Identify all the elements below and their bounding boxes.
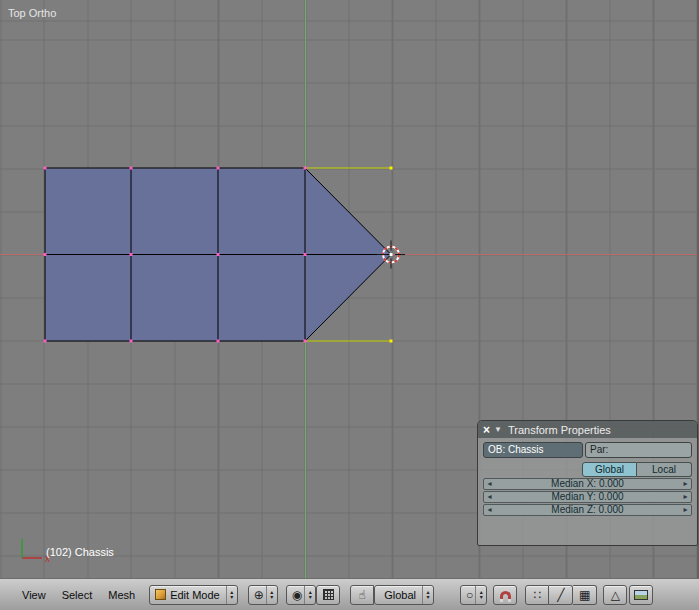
menu-view[interactable]: View	[14, 589, 54, 601]
view-mode-label: Top Ortho	[8, 7, 56, 19]
triangle-icon: △	[611, 589, 620, 601]
triangle-icon-button[interactable]: △	[603, 585, 627, 605]
globe-icon: ⊕	[254, 589, 264, 601]
draw-type-dropdown[interactable]: ⊕ ▴▾	[248, 585, 278, 605]
grid-icon	[323, 589, 334, 600]
orientation-dropdown[interactable]: Global ▴▾	[374, 585, 434, 605]
median-y-value: Median Y: 0.000	[495, 492, 680, 502]
object-info-label: (102) Chassis	[46, 546, 114, 558]
viewport-header-bar: View Select Mesh Edit Mode ▴▾ ⊕ ▴▾ ◉ ▴▾ …	[0, 578, 699, 610]
stepper-icon: ▴▾	[422, 586, 433, 604]
local-button[interactable]: Local	[637, 462, 692, 477]
decrement-arrow-icon[interactable]: ◂	[484, 492, 495, 502]
blender-window: x Top Ortho (102) Chassis × ▼ Transform …	[0, 0, 699, 610]
menu-select[interactable]: Select	[54, 589, 101, 601]
stepper-icon: ▴▾	[304, 586, 315, 604]
circle-icon: ○	[466, 589, 473, 601]
vertex-select-icon: ∷	[533, 589, 541, 601]
decrement-arrow-icon[interactable]: ◂	[484, 479, 495, 489]
render-image-icon	[634, 590, 648, 600]
viewport-3d[interactable]: x Top Ortho (102) Chassis × ▼ Transform …	[0, 0, 699, 578]
parent-field[interactable]: Par:	[585, 442, 692, 458]
object-name-field[interactable]: OB: Chassis	[483, 442, 583, 458]
increment-arrow-icon[interactable]: ▸	[680, 479, 691, 489]
median-x-field[interactable]: ◂ Median X: 0.000 ▸	[483, 478, 692, 490]
face-select-button[interactable]: ▦	[573, 585, 597, 605]
stepper-icon: ▴▾	[226, 586, 237, 604]
vertex-select-button[interactable]: ∷	[525, 585, 549, 605]
cube-icon	[155, 589, 166, 600]
proportional-edit-dropdown[interactable]: ○ ▴▾	[460, 585, 487, 605]
panel-header[interactable]: × ▼ Transform Properties	[478, 421, 697, 438]
orientation-label: Global	[380, 589, 420, 601]
active-vertex[interactable]	[390, 253, 393, 256]
median-z-field[interactable]: ◂ Median Z: 0.000 ▸	[483, 504, 692, 516]
manipulator-button[interactable]: ☝	[350, 585, 374, 605]
panel-title: Transform Properties	[508, 424, 611, 436]
collapse-arrow-icon[interactable]: ▼	[494, 425, 502, 434]
median-y-field[interactable]: ◂ Median Y: 0.000 ▸	[483, 491, 692, 503]
mode-label: Edit Mode	[166, 589, 224, 601]
menu-mesh[interactable]: Mesh	[100, 589, 143, 601]
stepper-icon: ▴▾	[266, 586, 277, 604]
stepper-icon: ▴▾	[475, 586, 486, 604]
panel-body: OB: Chassis Par: Global Local ◂ Median X…	[478, 438, 697, 516]
layers-grid-button[interactable]	[316, 585, 340, 605]
pivot-icon: ◉	[292, 589, 302, 601]
edge-select-icon: ╱	[557, 589, 564, 601]
increment-arrow-icon[interactable]: ▸	[680, 492, 691, 502]
global-button[interactable]: Global	[582, 462, 637, 477]
mode-dropdown[interactable]: Edit Mode ▴▾	[149, 585, 238, 605]
increment-arrow-icon[interactable]: ▸	[680, 505, 691, 515]
mesh-chassis[interactable]	[44, 167, 393, 343]
decrement-arrow-icon[interactable]: ◂	[484, 505, 495, 515]
hand-icon: ☝	[359, 589, 366, 601]
pivot-dropdown[interactable]: ◉ ▴▾	[286, 585, 316, 605]
transform-properties-panel[interactable]: × ▼ Transform Properties OB: Chassis Par…	[477, 420, 698, 546]
edge-select-button[interactable]: ╱	[549, 585, 573, 605]
median-x-value: Median X: 0.000	[495, 479, 680, 489]
render-preview-button[interactable]	[629, 585, 653, 605]
median-z-value: Median Z: 0.000	[495, 505, 680, 515]
magnet-icon	[500, 591, 511, 600]
close-icon[interactable]: ×	[483, 425, 490, 435]
snap-button[interactable]	[493, 585, 517, 605]
face-select-icon: ▦	[579, 589, 590, 601]
